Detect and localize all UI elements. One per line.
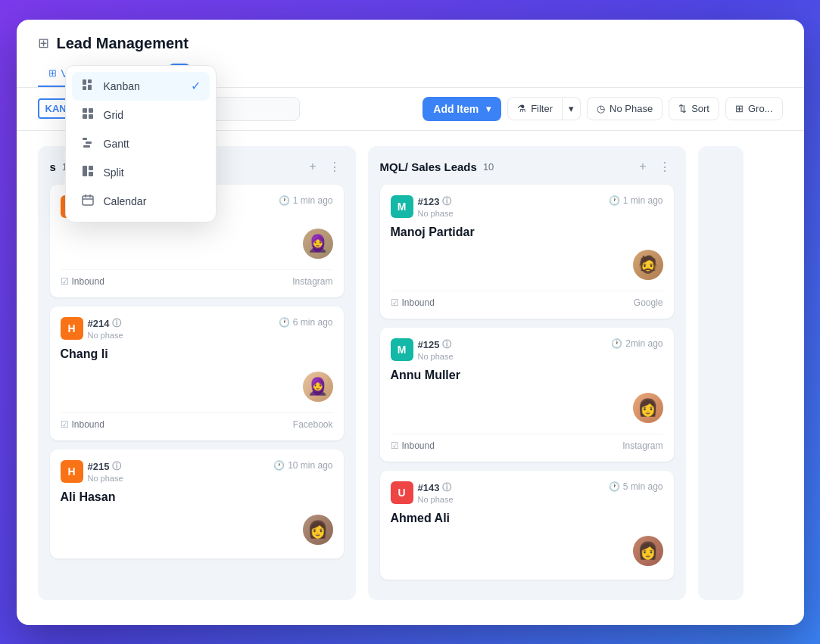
card-2-time: 🕐 6 min ago: [279, 317, 333, 328]
card-2-badge: H: [61, 317, 83, 340]
card-3-time: 🕐 10 min ago: [273, 460, 332, 471]
card-3[interactable]: H #215 ⓘ No phase 🕐 10 min ago: [50, 450, 344, 558]
card-6-phase: No phase: [418, 495, 454, 504]
clock-icon-3: 🕐: [273, 460, 285, 471]
card-1-middle: 🧕: [61, 226, 333, 262]
card-3-header: H #215 ⓘ No phase 🕐 10 min ago: [61, 460, 333, 483]
column-2: MQL/ Sales Leads 10 + ⋮ M: [368, 146, 686, 600]
card-2-footer: ☑ Inbound Facebook: [61, 412, 333, 430]
card-4-source: Google: [634, 297, 663, 308]
grid-dropdown-icon: [81, 107, 95, 123]
dropdown-item-kanban[interactable]: Kanban ✓: [72, 72, 210, 101]
svg-rect-3: [88, 85, 92, 90]
card-2-header: H #214 ⓘ No phase 🕐 6 min ago: [61, 317, 333, 340]
card-6-name: Ahmed Ali: [391, 512, 663, 525]
group-icon: ⊞: [735, 103, 744, 114]
column-2-add[interactable]: +: [636, 158, 649, 175]
avatar-face-6: 👩: [638, 541, 658, 561]
card-4-number: #123 ⓘ: [418, 195, 454, 208]
card-6[interactable]: U #143 ⓘ No phase 🕐 5 min ago: [380, 471, 674, 580]
column-2-actions: + ⋮: [636, 158, 673, 176]
card-5-tag: ☑ Inbound: [391, 440, 435, 451]
card-5-name: Annu Muller: [391, 369, 663, 382]
card-4-middle: 🧔: [391, 247, 663, 283]
no-phase-icon: ◷: [597, 103, 605, 114]
svg-rect-4: [83, 108, 87, 113]
card-2-source: Facebook: [293, 419, 333, 430]
card-4-info-icon: ⓘ: [442, 195, 451, 208]
add-item-button[interactable]: Add Item ▾: [422, 97, 501, 121]
page-title: Lead Management: [57, 35, 189, 52]
card-6-info: #143 ⓘ No phase: [418, 481, 454, 504]
column-3-partial: [698, 146, 744, 600]
filter-button[interactable]: ⚗ Filter: [507, 97, 563, 120]
add-item-chevron: ▾: [486, 104, 491, 114]
card-2-middle: 🧕: [61, 369, 333, 405]
svg-rect-10: [83, 145, 90, 148]
svg-rect-8: [83, 138, 87, 140]
card-5-source: Instagram: [622, 440, 663, 451]
card-6-middle: 👩: [391, 533, 663, 569]
card-1-footer: ☑ Inbound Instagram: [61, 269, 333, 287]
column-1-add[interactable]: +: [306, 158, 319, 175]
filter-chevron-button[interactable]: ▾: [563, 97, 581, 120]
card-4-avatar: 🧔: [633, 250, 663, 280]
dropdown-item-split[interactable]: Split: [72, 158, 210, 187]
card-1-tag: ☑ Inbound: [61, 276, 104, 287]
card-2[interactable]: H #214 ⓘ No phase 🕐 6 min ago: [50, 306, 344, 440]
no-phase-button[interactable]: ◷ No Phase: [587, 97, 663, 120]
card-5-badge: M: [391, 338, 413, 361]
card-5-avatar: 👩: [633, 393, 663, 423]
svg-rect-1: [88, 79, 92, 83]
card-3-name: Ali Hasan: [61, 490, 333, 504]
card-4[interactable]: M #123 ⓘ No phase 🕐 1 min ago: [380, 185, 674, 319]
card-5-info: #125 ⓘ No phase: [418, 338, 454, 361]
split-dropdown-icon: [81, 165, 95, 180]
card-5-info-icon: ⓘ: [442, 338, 451, 351]
group-button[interactable]: ⊞ Gro...: [725, 97, 783, 120]
dropdown-item-grid[interactable]: Grid: [72, 101, 210, 129]
clock-icon-5: 🕐: [611, 338, 622, 349]
card-5[interactable]: M #125 ⓘ No phase 🕐 2min ago: [380, 328, 674, 462]
card-3-phase: No phase: [88, 474, 123, 483]
svg-rect-13: [89, 172, 93, 176]
avatar-face-4: 🧔: [638, 255, 658, 275]
card-2-info-icon: ⓘ: [112, 317, 121, 330]
card-6-info-icon: ⓘ: [442, 481, 451, 494]
card-2-avatar: 🧕: [303, 372, 333, 402]
column-2-menu[interactable]: ⋮: [656, 158, 674, 176]
filter-icon: ⚗: [517, 103, 526, 114]
card-6-time: 🕐 5 min ago: [609, 481, 663, 492]
avatar-face-3: 👩: [307, 520, 328, 540]
view-icon: ⊞: [48, 67, 57, 79]
clock-icon-2: 🕐: [279, 317, 290, 328]
gantt-dropdown-icon: [81, 136, 95, 151]
kanban-check-icon: ✓: [191, 79, 201, 93]
card-2-tag: ☑ Inbound: [61, 419, 104, 430]
card-4-header: M #123 ⓘ No phase 🕐 1 min ago: [391, 195, 663, 218]
sort-button[interactable]: ⇅ Sort: [669, 97, 719, 120]
svg-rect-0: [83, 79, 86, 85]
card-3-info: #215 ⓘ No phase: [88, 460, 123, 483]
svg-rect-5: [89, 108, 93, 113]
clock-icon-1: 🕐: [279, 195, 290, 206]
dropdown-item-gantt[interactable]: Gantt: [72, 129, 210, 158]
dropdown-item-calendar[interactable]: Calendar: [72, 187, 210, 216]
sort-icon: ⇅: [678, 103, 687, 114]
check-icon-2: ☑: [61, 419, 69, 430]
card-4-time: 🕐 1 min ago: [609, 195, 663, 206]
card-2-info: #214 ⓘ No phase: [88, 317, 123, 340]
svg-rect-7: [89, 114, 93, 119]
card-4-name: Manoj Partidar: [391, 226, 663, 239]
card-1-source: Instagram: [292, 276, 332, 287]
app-container: ⊞ Lead Management ⊞ View 📄 Notes + KANBA…: [17, 20, 804, 625]
clock-icon-4: 🕐: [609, 195, 620, 206]
card-4-badge: M: [391, 195, 413, 218]
column-2-title: MQL/ Sales Leads 10: [380, 160, 494, 173]
card-3-number: #215 ⓘ: [88, 460, 123, 473]
column-1-menu[interactable]: ⋮: [326, 158, 344, 176]
card-2-number: #214 ⓘ: [88, 317, 123, 330]
card-5-number: #125 ⓘ: [418, 338, 454, 351]
calendar-dropdown-icon: [81, 194, 95, 209]
header-icon: ⊞: [38, 35, 49, 51]
